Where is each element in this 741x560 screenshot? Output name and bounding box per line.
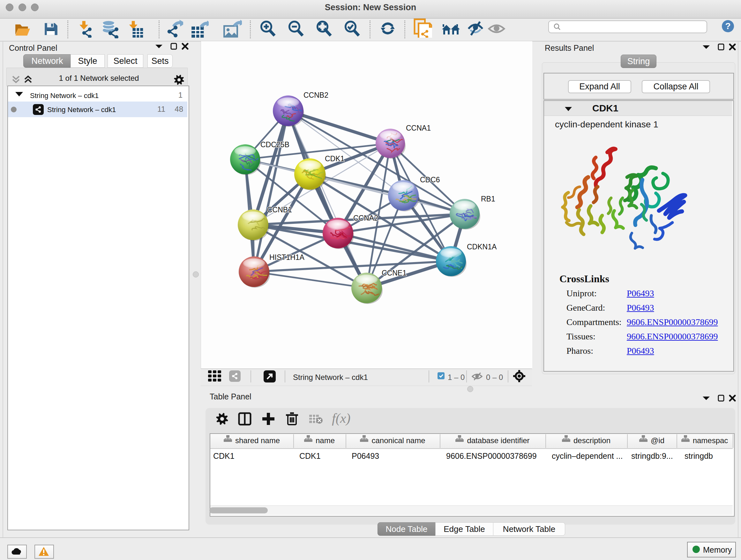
- svg-text:HIST1H1A: HIST1H1A: [269, 253, 305, 261]
- svg-text:CDK1: CDK1: [325, 154, 344, 163]
- svg-text:CCNB2: CCNB2: [304, 91, 328, 99]
- svg-text:CCNE1: CCNE1: [382, 269, 407, 277]
- svg-text:CCNA2: CCNA2: [353, 214, 378, 222]
- svg-text:CDC25B: CDC25B: [260, 140, 289, 149]
- svg-text:CDC6: CDC6: [420, 176, 440, 184]
- svg-text:RB1: RB1: [481, 195, 495, 203]
- svg-text:CCNB1: CCNB1: [267, 206, 292, 214]
- svg-text:CDKN1A: CDKN1A: [467, 243, 497, 251]
- svg-text:CCNA1: CCNA1: [406, 124, 431, 132]
